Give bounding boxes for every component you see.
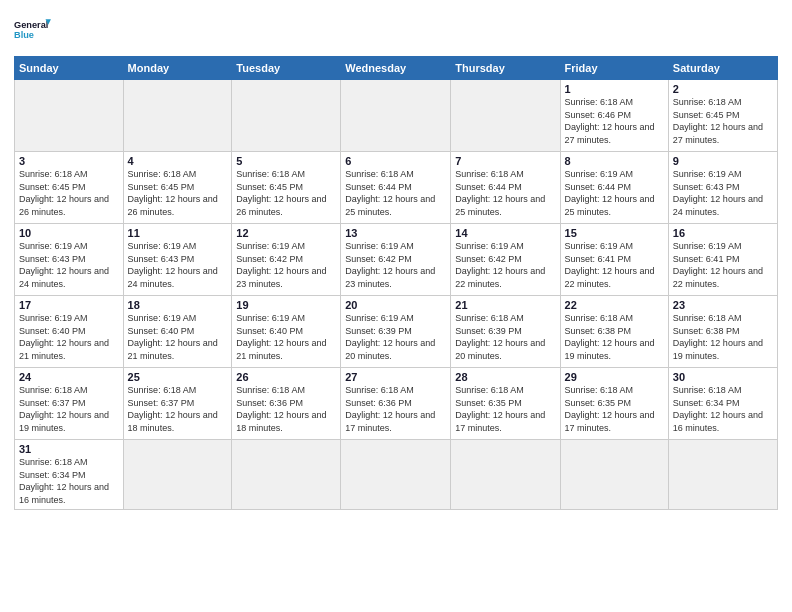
calendar-cell bbox=[232, 440, 341, 510]
svg-text:Blue: Blue bbox=[14, 30, 34, 40]
calendar-table: SundayMondayTuesdayWednesdayThursdayFrid… bbox=[14, 56, 778, 510]
day-number: 13 bbox=[345, 227, 446, 239]
day-number: 28 bbox=[455, 371, 555, 383]
calendar-cell: 26Sunrise: 6:18 AMSunset: 6:36 PMDayligh… bbox=[232, 368, 341, 440]
day-info: Sunrise: 6:18 AMSunset: 6:45 PMDaylight:… bbox=[673, 96, 773, 146]
day-number: 27 bbox=[345, 371, 446, 383]
day-number: 6 bbox=[345, 155, 446, 167]
day-info: Sunrise: 6:18 AMSunset: 6:46 PMDaylight:… bbox=[565, 96, 664, 146]
calendar-cell: 18Sunrise: 6:19 AMSunset: 6:40 PMDayligh… bbox=[123, 296, 232, 368]
calendar-cell: 23Sunrise: 6:18 AMSunset: 6:38 PMDayligh… bbox=[668, 296, 777, 368]
day-number: 26 bbox=[236, 371, 336, 383]
day-number: 23 bbox=[673, 299, 773, 311]
calendar-cell bbox=[668, 440, 777, 510]
day-info: Sunrise: 6:18 AMSunset: 6:39 PMDaylight:… bbox=[455, 312, 555, 362]
weekday-header-monday: Monday bbox=[123, 57, 232, 80]
calendar-cell: 2Sunrise: 6:18 AMSunset: 6:45 PMDaylight… bbox=[668, 80, 777, 152]
day-info: Sunrise: 6:19 AMSunset: 6:41 PMDaylight:… bbox=[565, 240, 664, 290]
day-info: Sunrise: 6:18 AMSunset: 6:35 PMDaylight:… bbox=[455, 384, 555, 434]
day-number: 30 bbox=[673, 371, 773, 383]
calendar-cell: 10Sunrise: 6:19 AMSunset: 6:43 PMDayligh… bbox=[15, 224, 124, 296]
calendar-cell bbox=[232, 80, 341, 152]
calendar-cell: 29Sunrise: 6:18 AMSunset: 6:35 PMDayligh… bbox=[560, 368, 668, 440]
calendar-cell: 16Sunrise: 6:19 AMSunset: 6:41 PMDayligh… bbox=[668, 224, 777, 296]
calendar-cell: 13Sunrise: 6:19 AMSunset: 6:42 PMDayligh… bbox=[341, 224, 451, 296]
calendar-week-2: 3Sunrise: 6:18 AMSunset: 6:45 PMDaylight… bbox=[15, 152, 778, 224]
day-number: 20 bbox=[345, 299, 446, 311]
day-info: Sunrise: 6:18 AMSunset: 6:36 PMDaylight:… bbox=[345, 384, 446, 434]
day-info: Sunrise: 6:19 AMSunset: 6:43 PMDaylight:… bbox=[19, 240, 119, 290]
calendar-cell: 15Sunrise: 6:19 AMSunset: 6:41 PMDayligh… bbox=[560, 224, 668, 296]
day-info: Sunrise: 6:19 AMSunset: 6:43 PMDaylight:… bbox=[673, 168, 773, 218]
calendar-cell: 1Sunrise: 6:18 AMSunset: 6:46 PMDaylight… bbox=[560, 80, 668, 152]
svg-text:General: General bbox=[14, 20, 48, 30]
calendar-week-3: 10Sunrise: 6:19 AMSunset: 6:43 PMDayligh… bbox=[15, 224, 778, 296]
calendar-cell: 7Sunrise: 6:18 AMSunset: 6:44 PMDaylight… bbox=[451, 152, 560, 224]
calendar-cell: 12Sunrise: 6:19 AMSunset: 6:42 PMDayligh… bbox=[232, 224, 341, 296]
day-info: Sunrise: 6:18 AMSunset: 6:36 PMDaylight:… bbox=[236, 384, 336, 434]
weekday-header-row: SundayMondayTuesdayWednesdayThursdayFrid… bbox=[15, 57, 778, 80]
calendar-week-6: 31Sunrise: 6:18 AMSunset: 6:34 PMDayligh… bbox=[15, 440, 778, 510]
calendar-cell: 25Sunrise: 6:18 AMSunset: 6:37 PMDayligh… bbox=[123, 368, 232, 440]
day-number: 31 bbox=[19, 443, 119, 455]
calendar-cell: 24Sunrise: 6:18 AMSunset: 6:37 PMDayligh… bbox=[15, 368, 124, 440]
weekday-header-wednesday: Wednesday bbox=[341, 57, 451, 80]
calendar-cell bbox=[560, 440, 668, 510]
calendar-cell: 11Sunrise: 6:19 AMSunset: 6:43 PMDayligh… bbox=[123, 224, 232, 296]
day-number: 7 bbox=[455, 155, 555, 167]
day-info: Sunrise: 6:18 AMSunset: 6:45 PMDaylight:… bbox=[128, 168, 228, 218]
calendar-week-1: 1Sunrise: 6:18 AMSunset: 6:46 PMDaylight… bbox=[15, 80, 778, 152]
weekday-header-friday: Friday bbox=[560, 57, 668, 80]
day-info: Sunrise: 6:18 AMSunset: 6:34 PMDaylight:… bbox=[673, 384, 773, 434]
day-number: 1 bbox=[565, 83, 664, 95]
calendar-cell: 28Sunrise: 6:18 AMSunset: 6:35 PMDayligh… bbox=[451, 368, 560, 440]
day-number: 25 bbox=[128, 371, 228, 383]
calendar-cell bbox=[451, 440, 560, 510]
calendar-cell: 4Sunrise: 6:18 AMSunset: 6:45 PMDaylight… bbox=[123, 152, 232, 224]
calendar-cell: 19Sunrise: 6:19 AMSunset: 6:40 PMDayligh… bbox=[232, 296, 341, 368]
day-number: 5 bbox=[236, 155, 336, 167]
weekday-header-tuesday: Tuesday bbox=[232, 57, 341, 80]
calendar-body: 1Sunrise: 6:18 AMSunset: 6:46 PMDaylight… bbox=[15, 80, 778, 510]
day-info: Sunrise: 6:19 AMSunset: 6:40 PMDaylight:… bbox=[128, 312, 228, 362]
day-info: Sunrise: 6:18 AMSunset: 6:45 PMDaylight:… bbox=[19, 168, 119, 218]
day-number: 19 bbox=[236, 299, 336, 311]
calendar-cell: 5Sunrise: 6:18 AMSunset: 6:45 PMDaylight… bbox=[232, 152, 341, 224]
day-number: 3 bbox=[19, 155, 119, 167]
day-number: 15 bbox=[565, 227, 664, 239]
weekday-header-thursday: Thursday bbox=[451, 57, 560, 80]
calendar-cell: 6Sunrise: 6:18 AMSunset: 6:44 PMDaylight… bbox=[341, 152, 451, 224]
calendar-page: General Blue SundayMondayTuesdayWednesda… bbox=[0, 0, 792, 612]
day-info: Sunrise: 6:18 AMSunset: 6:44 PMDaylight:… bbox=[345, 168, 446, 218]
calendar-cell: 31Sunrise: 6:18 AMSunset: 6:34 PMDayligh… bbox=[15, 440, 124, 510]
day-info: Sunrise: 6:19 AMSunset: 6:42 PMDaylight:… bbox=[455, 240, 555, 290]
day-info: Sunrise: 6:19 AMSunset: 6:41 PMDaylight:… bbox=[673, 240, 773, 290]
day-info: Sunrise: 6:19 AMSunset: 6:40 PMDaylight:… bbox=[19, 312, 119, 362]
calendar-cell: 8Sunrise: 6:19 AMSunset: 6:44 PMDaylight… bbox=[560, 152, 668, 224]
calendar-header: SundayMondayTuesdayWednesdayThursdayFrid… bbox=[15, 57, 778, 80]
calendar-cell: 30Sunrise: 6:18 AMSunset: 6:34 PMDayligh… bbox=[668, 368, 777, 440]
calendar-cell: 21Sunrise: 6:18 AMSunset: 6:39 PMDayligh… bbox=[451, 296, 560, 368]
day-info: Sunrise: 6:19 AMSunset: 6:43 PMDaylight:… bbox=[128, 240, 228, 290]
day-info: Sunrise: 6:18 AMSunset: 6:38 PMDaylight:… bbox=[565, 312, 664, 362]
day-info: Sunrise: 6:19 AMSunset: 6:40 PMDaylight:… bbox=[236, 312, 336, 362]
day-info: Sunrise: 6:19 AMSunset: 6:42 PMDaylight:… bbox=[345, 240, 446, 290]
day-number: 16 bbox=[673, 227, 773, 239]
calendar-cell bbox=[341, 80, 451, 152]
calendar-cell: 14Sunrise: 6:19 AMSunset: 6:42 PMDayligh… bbox=[451, 224, 560, 296]
calendar-cell: 22Sunrise: 6:18 AMSunset: 6:38 PMDayligh… bbox=[560, 296, 668, 368]
calendar-cell bbox=[451, 80, 560, 152]
day-info: Sunrise: 6:18 AMSunset: 6:38 PMDaylight:… bbox=[673, 312, 773, 362]
day-info: Sunrise: 6:18 AMSunset: 6:45 PMDaylight:… bbox=[236, 168, 336, 218]
day-number: 17 bbox=[19, 299, 119, 311]
day-number: 18 bbox=[128, 299, 228, 311]
day-info: Sunrise: 6:18 AMSunset: 6:35 PMDaylight:… bbox=[565, 384, 664, 434]
day-info: Sunrise: 6:18 AMSunset: 6:37 PMDaylight:… bbox=[19, 384, 119, 434]
calendar-cell bbox=[123, 80, 232, 152]
day-info: Sunrise: 6:19 AMSunset: 6:42 PMDaylight:… bbox=[236, 240, 336, 290]
logo: General Blue bbox=[14, 10, 52, 48]
day-number: 22 bbox=[565, 299, 664, 311]
calendar-cell: 9Sunrise: 6:19 AMSunset: 6:43 PMDaylight… bbox=[668, 152, 777, 224]
day-number: 11 bbox=[128, 227, 228, 239]
calendar-cell: 3Sunrise: 6:18 AMSunset: 6:45 PMDaylight… bbox=[15, 152, 124, 224]
